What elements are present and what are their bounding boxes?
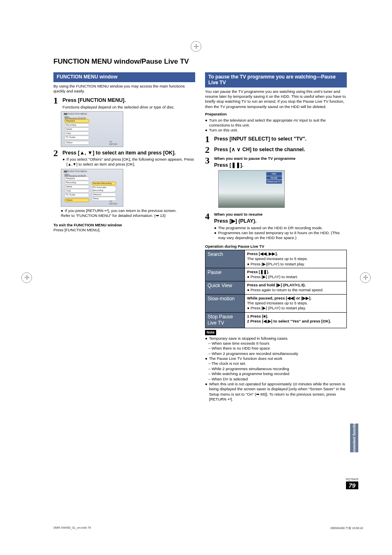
prep-b1: Turn on the television and select the ap… — [209, 118, 347, 128]
right-intro: You can pause the TV programme you are w… — [205, 89, 347, 109]
r-step4-b2: Programmes can be saved temporary up to … — [218, 230, 347, 241]
tv-screenshot: HDD PAUSE Pause Live TV — [218, 170, 285, 208]
prep-b2: Turn on this unit. — [209, 128, 238, 133]
step-number-2: 2 — [53, 149, 59, 158]
r-step2-title: Press [∧ ∨ CH] to select the channel. — [214, 146, 347, 153]
crop-mark-top — [191, 41, 201, 52]
ops-head: Operation during Pause Live TV — [205, 244, 347, 249]
ops-table: Search Press [◀◀, ▶▶]. The speed increas… — [205, 250, 347, 328]
step1-title: Press [FUNCTION MENU]. — [62, 97, 195, 104]
note-d5: While 2 programmes simultaneous recordin… — [212, 366, 289, 371]
exit-head: To exit the FUNCTION MENU window — [53, 223, 195, 228]
note-d3: When 2 programmes are recorded simultane… — [212, 351, 298, 356]
page-number-box: RQT9429 79 — [346, 478, 358, 489]
prep-head: Preparation — [205, 112, 347, 117]
note-d6: While watching a programme being recorde… — [212, 371, 289, 376]
r-step-number-4: 4 — [205, 212, 211, 221]
left-column: FUNCTION MENU window By using the FUNCTI… — [53, 70, 195, 402]
page-title: FUNCTION MENU window/Pause Live TV — [53, 58, 347, 66]
note-b3: When this unit is not operated for appro… — [209, 382, 347, 402]
r-step-number-3: 3 — [205, 156, 211, 165]
r-step4-small: When you want to resume — [214, 212, 347, 217]
step2-bullet1: If you select "Others" and press [OK], t… — [67, 157, 195, 167]
r-step1-title: Press [INPUT SELECT] to select "TV". — [214, 136, 347, 142]
side-tab: Convenient functions — [350, 424, 358, 452]
heading-function-menu: FUNCTION MENU window — [53, 72, 195, 82]
screenshot-1: ▮▮▮ FUNCTION MENU HDD Disc Remaining 20:… — [61, 111, 123, 147]
step2-title: Press [▲, ▼] to select an item and press… — [62, 150, 195, 156]
crop-mark-left — [21, 272, 32, 283]
step1-desc: Functions displayed depend on the select… — [62, 105, 195, 110]
crop-mark-right — [360, 272, 371, 283]
r-step3-small: When you want to pause the TV programme — [214, 156, 347, 161]
step-number-1: 1 — [53, 96, 59, 105]
op-label-quickview: Quick View — [205, 281, 245, 294]
note-d7: When DV is selected — [212, 377, 248, 381]
op-label-search: Search — [205, 250, 245, 268]
note-b1: Temporary save is stopped in following c… — [209, 336, 288, 341]
op-label-pause: Pause — [205, 268, 245, 281]
footer-left: DMR-XW450_GL_en.indb 79 — [53, 526, 91, 530]
after2-b1: If you press [RETURN ↩], you can return … — [65, 208, 177, 213]
r-step-number-2: 2 — [205, 145, 211, 154]
r-step4-title: Press [▶] (PLAY). — [214, 218, 347, 224]
op-label-slowmotion: Slow-motion — [205, 294, 245, 312]
note-label: Note — [205, 330, 216, 335]
left-intro: By using the FUNCTION MENU window you ma… — [53, 84, 195, 94]
r-step-number-1: 1 — [205, 135, 211, 144]
r-step3-title: Press [❚❚]. — [214, 162, 347, 168]
screenshot-2: ▮▮▮ FUNCTION MENU HDD Disc Remaining 20:… — [61, 169, 123, 207]
note-d4: The clock is not set. — [212, 361, 246, 366]
rqt-code: RQT9429 — [346, 478, 358, 481]
exit-body: Press [FUNCTION MENU]. — [53, 228, 195, 233]
after2-ref: Refer to "FUNCTION MENU" for detailed in… — [61, 213, 195, 218]
op-label-stoppause: Stop Pause Live TV — [205, 312, 245, 328]
note-d2: When there is no HDD free space — [212, 346, 270, 350]
r-step4-b1: The programme is saved on the HDD in DR … — [218, 226, 323, 230]
footer-right: 2009/04/08 午前 10:06:42 — [330, 526, 363, 530]
note-b2: The Pause Live TV function does not work — [209, 356, 282, 361]
page-number: 79 — [346, 481, 358, 489]
right-column: To pause the TV programme you are watchi… — [205, 70, 347, 402]
heading-pause-live-tv: To pause the TV programme you are watchi… — [205, 72, 347, 88]
note-d1: When save time exceeds 8 hours — [212, 341, 269, 345]
